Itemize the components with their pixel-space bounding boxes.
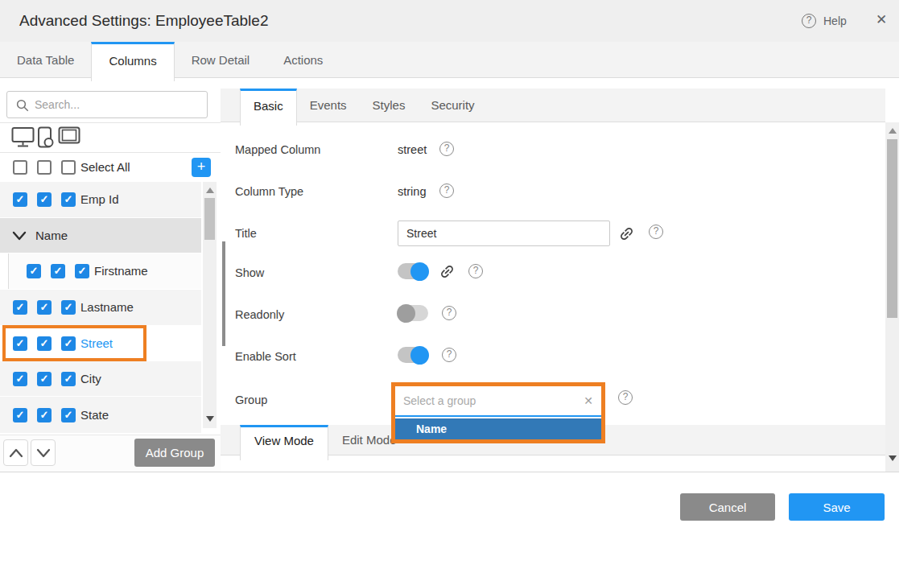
column-row-state[interactable]: State: [0, 397, 201, 433]
select-all-checkbox-tablet[interactable]: [61, 160, 76, 175]
column-label: Emp Id: [80, 182, 119, 217]
field-label-title: Title: [235, 227, 257, 240]
toggle-knob: [410, 262, 429, 281]
select-all-checkbox-mobile[interactable]: [37, 160, 52, 175]
link-icon[interactable]: [618, 225, 635, 242]
title-input[interactable]: [398, 220, 610, 246]
dialog-tab-bar: Data Table Columns Row Detail Actions: [0, 42, 899, 78]
panel-tab-bar: Basic Events Styles Security: [221, 89, 885, 122]
help-icon[interactable]: [442, 306, 456, 320]
help-link[interactable]: Help: [823, 0, 847, 42]
scrollbar-thumb[interactable]: [204, 198, 215, 240]
column-row-street-selected[interactable]: Street: [0, 326, 201, 361]
checkbox-mobile[interactable]: [37, 192, 52, 207]
field-value-mapped-column: street: [398, 143, 427, 156]
readonly-toggle[interactable]: [398, 305, 428, 321]
column-row-empid[interactable]: Emp Id: [0, 182, 201, 217]
search-input[interactable]: [35, 93, 202, 117]
tab-events[interactable]: Events: [297, 89, 360, 122]
desktop-icon: [11, 126, 35, 148]
tab-data-table[interactable]: Data Table: [0, 42, 91, 77]
group-input[interactable]: [403, 389, 572, 412]
group-label: Name: [35, 218, 68, 253]
field-label-group: Group: [235, 394, 267, 406]
tab-security[interactable]: Security: [418, 89, 487, 122]
add-column-button[interactable]: [192, 158, 211, 177]
checkbox-mobile[interactable]: [37, 408, 52, 422]
chevron-up-icon: [8, 447, 24, 459]
tablet-icon: [58, 126, 80, 145]
column-label: Lastname: [80, 290, 134, 325]
column-row-firstname[interactable]: Firstname: [8, 253, 201, 289]
group-option-name[interactable]: Name: [395, 418, 601, 439]
checkbox-desktop[interactable]: [13, 336, 27, 351]
select-all-label: Select All: [80, 153, 130, 182]
dialog-header: Advanced Settings: EmployeeTable2 Help: [0, 0, 899, 42]
help-icon[interactable]: [468, 264, 483, 278]
help-icon[interactable]: [439, 183, 454, 198]
tab-view-mode[interactable]: View Mode: [240, 425, 328, 460]
help-icon[interactable]: [439, 142, 454, 156]
field-label-mapped-column: Mapped Column: [235, 143, 320, 156]
checkbox-desktop[interactable]: [13, 192, 27, 207]
scroll-down-arrow[interactable]: [889, 455, 897, 461]
checkbox-tablet[interactable]: [61, 300, 76, 315]
checkbox-mobile[interactable]: [51, 264, 65, 278]
checkbox-tablet[interactable]: [61, 336, 76, 351]
select-all-checkbox-desktop[interactable]: [13, 160, 27, 175]
tab-actions[interactable]: Actions: [266, 42, 340, 77]
show-toggle[interactable]: [398, 263, 428, 279]
checkbox-tablet[interactable]: [75, 264, 89, 278]
column-row-city[interactable]: City: [0, 361, 201, 396]
tab-basic[interactable]: Basic: [240, 89, 297, 126]
help-icon[interactable]: [618, 390, 633, 405]
checkbox-tablet[interactable]: [61, 372, 76, 386]
tab-columns[interactable]: Columns: [91, 42, 174, 81]
save-button[interactable]: Save: [789, 493, 885, 521]
checkbox-tablet[interactable]: [61, 192, 76, 207]
checkbox-desktop[interactable]: [13, 300, 27, 315]
cancel-button[interactable]: Cancel: [680, 493, 775, 521]
group-row-name[interactable]: Name: [0, 218, 201, 253]
chevron-down-icon[interactable]: [11, 230, 27, 241]
checkbox-tablet[interactable]: [61, 408, 76, 422]
panel-left-scroll-indicator: [222, 241, 225, 346]
field-label-readonly: Readonly: [235, 308, 284, 321]
move-up-button[interactable]: [3, 439, 28, 466]
app-root: Advanced Settings: EmployeeTable2 Help D…: [0, 0, 924, 577]
checkbox-mobile[interactable]: [37, 336, 52, 351]
clear-icon[interactable]: [584, 386, 593, 415]
scroll-up-arrow[interactable]: [889, 128, 897, 134]
scrollbar-thumb[interactable]: [887, 139, 897, 318]
checkbox-desktop[interactable]: [13, 408, 27, 422]
group-combobox[interactable]: [395, 386, 601, 417]
tab-styles[interactable]: Styles: [360, 89, 419, 122]
add-group-button[interactable]: Add Group: [134, 439, 215, 467]
column-row-lastname[interactable]: Lastname: [0, 290, 201, 325]
enable-sort-toggle[interactable]: [398, 347, 428, 363]
help-icon[interactable]: [649, 225, 663, 239]
advanced-settings-dialog: Advanced Settings: EmployeeTable2 Help D…: [0, 0, 899, 472]
scroll-up-arrow[interactable]: [206, 188, 214, 193]
checkbox-mobile[interactable]: [37, 300, 52, 315]
checkbox-mobile[interactable]: [37, 372, 52, 386]
field-label-show: Show: [235, 266, 264, 279]
toggle-knob: [397, 304, 415, 323]
close-icon[interactable]: [869, 0, 893, 40]
search-box: [6, 91, 208, 118]
toggle-knob: [410, 346, 429, 365]
column-label: City: [80, 361, 101, 396]
tab-row-detail[interactable]: Row Detail: [175, 42, 267, 77]
field-value-column-type: string: [398, 185, 426, 198]
group-field-highlight: Name: [391, 382, 605, 443]
scroll-down-arrow[interactable]: [206, 416, 214, 422]
column-label: Street: [80, 326, 113, 361]
move-down-button[interactable]: [31, 439, 56, 466]
link-icon[interactable]: [439, 263, 456, 280]
column-label: State: [80, 397, 109, 433]
checkbox-desktop[interactable]: [27, 264, 41, 278]
help-icon[interactable]: [802, 14, 816, 28]
search-icon: [15, 98, 30, 113]
help-icon[interactable]: [442, 348, 456, 362]
checkbox-desktop[interactable]: [13, 372, 27, 386]
